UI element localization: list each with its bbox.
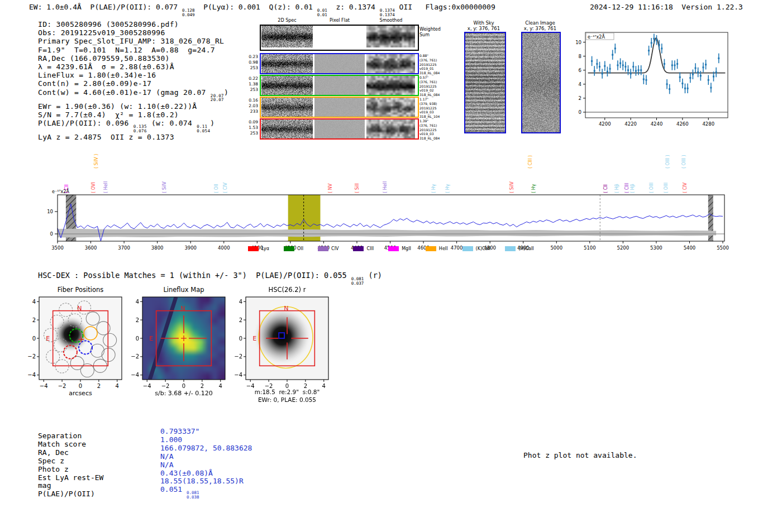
hsc-cutout-plot: HSC(26.2) r NE−4−4−2−2002244 m:18.5 re:2…	[228, 284, 346, 406]
legend-item: (K)CaII	[462, 246, 491, 251]
legend-item: (H)CaII	[505, 246, 533, 251]
svg-text:4: 4	[32, 299, 36, 305]
svg-text:2: 2	[239, 317, 242, 323]
cutout-row-right-labels: 1.17"(379, 938)20191225v019_03318_RL_104	[419, 97, 459, 119]
sup-sub-value: 0.1350.076	[133, 124, 147, 133]
match-row-value: 166.079872, 50.883628	[160, 444, 252, 453]
cutout-row-left-labels: 0.091.53253	[242, 119, 258, 136]
info-line: S/N = 7.7(±0.4) χ² = 1.8(±0.2)	[38, 111, 228, 119]
2d-spec-image	[261, 54, 313, 73]
legend-swatch	[353, 246, 364, 251]
info-line: EWr = 1.90(±0.36) (w: 1.10(±0.22))Å	[38, 102, 228, 111]
with-sky-image	[464, 32, 506, 133]
svg-text:4220: 4220	[624, 121, 637, 127]
svg-text:0: 0	[32, 336, 36, 342]
svg-text:2: 2	[97, 383, 101, 389]
legend-item: CIV	[318, 246, 338, 251]
elixer-report-page: EW: 1.0±0.4Å P(LAE)/P(OII): 0.077 0.1280…	[0, 0, 782, 532]
legend-item: HeII	[426, 246, 448, 251]
svg-text:E: E	[252, 335, 256, 342]
legend-label: MgII	[402, 246, 411, 251]
header-summary: EW: 1.0±0.4Å P(LAE)/P(OII): 0.077 0.1280…	[29, 3, 495, 17]
match-row-value: 0.43(±0.08)Å	[160, 469, 252, 478]
svg-text:−2: −2	[27, 353, 36, 360]
match-row-label: RA, Dec	[38, 449, 103, 457]
cutout-row	[260, 53, 419, 74]
clean-image	[521, 32, 561, 133]
cutout-row	[260, 97, 419, 118]
smoothed-image	[366, 98, 415, 117]
match-row-value: 1.000	[160, 436, 252, 444]
svg-text:−4: −4	[143, 383, 151, 389]
svg-text:−4: −4	[234, 372, 242, 378]
2d-spec-image	[261, 98, 313, 117]
weighted-sum-row	[260, 25, 419, 51]
sup-sub-value: 0.13740.1374	[380, 8, 395, 17]
match-table-values: 0.793337"1.000166.079872, 50.883628N/AN/…	[160, 428, 252, 499]
svg-text:−4: −4	[40, 383, 48, 389]
match-row-value: 18.55(18.55,18.55)R	[160, 477, 252, 486]
info-line: Cont(w) = 4.60(±0.01)e-17 (gmag 20.07 20…	[38, 88, 228, 102]
svg-text:2: 2	[201, 383, 204, 389]
pixel-flat-image	[314, 98, 365, 117]
cutout-row-right-labels: 0.57"(376, 761)20191225v019_02318_RL_084	[419, 75, 459, 97]
svg-text:N: N	[77, 305, 82, 312]
line-fit-plot: 024681042004220424042604280e⁻¹⁷x2Å	[567, 27, 751, 136]
svg-text:E: E	[149, 335, 153, 342]
info-line: LineFlux = 1.80(±0.34)e-16	[38, 71, 228, 79]
lineflux-xlabel: s/b: 3.68 +/- 0.120	[125, 390, 243, 397]
sup-sub-value: 0.010.01	[317, 8, 327, 17]
svg-text:−4: −4	[131, 372, 139, 378]
match-row-value: N/A	[160, 453, 252, 461]
svg-text:e⁻¹⁷x2Å: e⁻¹⁷x2Å	[52, 188, 69, 194]
legend-swatch	[284, 246, 294, 251]
info-line: RA,Dec (166.079559,50.883530)	[38, 54, 228, 63]
cutout-row-left-labels: 0.221.38253	[242, 76, 258, 92]
svg-text:0: 0	[239, 336, 242, 342]
2d-spec-image	[261, 119, 313, 138]
detection-info-block: ID: 3005280996 (3005280996.pdf)Obs: 2019…	[38, 20, 228, 141]
svg-text:0: 0	[182, 383, 185, 389]
spectrum-legend: LyαOIICIVCIIIMgIIHeII(K)CaII(H)CaII	[58, 246, 724, 251]
svg-text:8: 8	[579, 54, 581, 59]
cutout-row-right-labels: 0.88"(376, 761)20191225v019_01318_RL_084	[419, 54, 459, 75]
svg-text:−4: −4	[27, 372, 36, 378]
legend-item: OII	[284, 246, 303, 251]
svg-text:10: 10	[575, 40, 581, 45]
fiber-positions-canvas: NE−4−4−2−2002244	[21, 284, 140, 406]
cutout-row-right-labels: 1.39"(376, 761)20191225v019_03318_RL_084	[419, 119, 459, 141]
info-line: Cont(n) = 2.80(±0.09)e-17	[38, 79, 228, 88]
svg-text:N: N	[284, 305, 288, 312]
svg-text:N: N	[180, 305, 185, 312]
svg-text:−2: −2	[58, 383, 66, 389]
svg-text:0: 0	[79, 383, 82, 389]
sup-sub-value: 0.0810.037	[351, 277, 364, 285]
legend-label: (K)CaII	[476, 246, 491, 251]
legend-label: (H)CaII	[518, 246, 533, 251]
svg-text:0: 0	[579, 109, 581, 115]
legend-swatch	[318, 246, 328, 251]
lineflux-map-plot: Lineflux Map NE−4−4−2−2002244 s/b: 3.68 …	[125, 284, 243, 406]
match-table-labels: SeparationMatch scoreRA, DecSpec zPhoto …	[38, 432, 103, 499]
svg-text:E: E	[46, 335, 50, 342]
legend-label: CIII	[366, 246, 374, 251]
svg-text:2: 2	[136, 317, 139, 323]
sup-sub-value: 0.1280.049	[182, 8, 195, 17]
clean-image-coords: x, y: 376, 761	[507, 26, 574, 31]
hsc-xlabel-1: m:18.5 re:2.9" s:0.8"	[228, 389, 346, 395]
legend-swatch	[248, 246, 259, 251]
clean-image-title-text: Clean Image	[507, 20, 574, 26]
cutout-row	[260, 118, 419, 140]
info-line: Obs: 20191225v019_3005280996	[38, 28, 228, 37]
svg-text:4: 4	[239, 299, 242, 305]
info-line: λ = 4239.61Å σ = 2.88(±0.63)Å	[38, 63, 228, 71]
col-header-pixel-flat: Pixel Flat	[312, 18, 368, 23]
col-header-smoothed: Smoothed	[363, 18, 419, 23]
weighted-smoothed-image	[366, 26, 415, 47]
pixel-flat-image	[314, 54, 365, 73]
svg-text:4: 4	[579, 82, 581, 87]
cutout-row-left-labels: 0.162.03233	[242, 98, 258, 114]
match-row-label: Photo z	[38, 466, 103, 474]
match-row-label: Est LyA rest-EW	[38, 474, 103, 482]
smoothed-image	[366, 76, 415, 95]
